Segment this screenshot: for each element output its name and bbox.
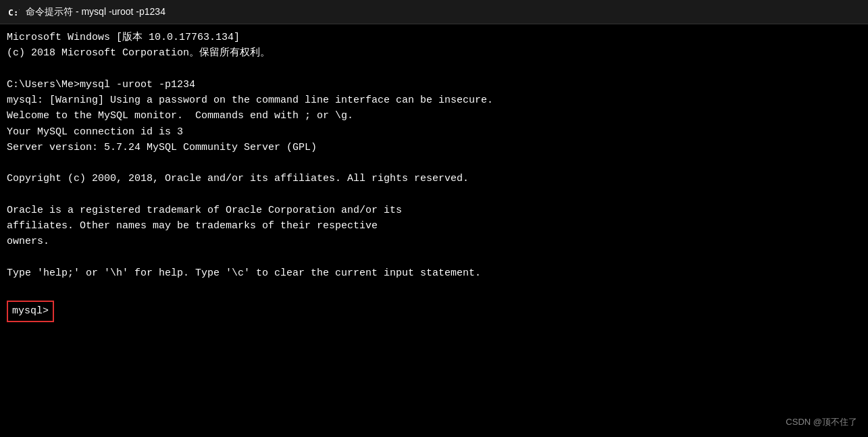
title-bar-text: 命令提示符 - mysql -uroot -p1234: [26, 6, 165, 18]
prompt-box[interactable]: mysql>: [7, 301, 54, 322]
terminal-line: Copyright (c) 2000, 2018, Oracle and/or …: [7, 171, 861, 186]
terminal-window: C:\ 命令提示符 - mysql -uroot -p1234 Microsof…: [0, 0, 868, 437]
terminal-line: Microsoft Windows [版本 10.0.17763.134]: [7, 30, 861, 45]
terminal-line: mysql: [Warning] Using a password on the…: [7, 93, 861, 108]
watermark: CSDN @顶不住了: [786, 415, 857, 429]
terminal-line: Welcome to the MySQL monitor. Commands e…: [7, 108, 861, 124]
terminal-line: [7, 155, 861, 171]
terminal-line: [7, 187, 861, 203]
cmd-icon: C:\: [7, 5, 20, 19]
terminal-line: affiliates. Other names may be trademark…: [7, 218, 861, 234]
terminal-body[interactable]: Microsoft Windows [版本 10.0.17763.134](c)…: [0, 24, 868, 437]
terminal-line: (c) 2018 Microsoft Corporation。保留所有权利。: [7, 45, 861, 61]
svg-text:C:\: C:\: [8, 7, 20, 18]
terminal-line: [7, 250, 861, 265]
prompt-text: mysql>: [12, 305, 49, 317]
terminal-line: owners.: [7, 234, 861, 249]
terminal-line: C:\Users\Me>mysql -uroot -p1234: [7, 77, 861, 93]
prompt-line: mysql>: [7, 298, 861, 322]
terminal-line: Type 'help;' or '\h' for help. Type '\c'…: [7, 265, 861, 281]
title-bar: C:\ 命令提示符 - mysql -uroot -p1234: [0, 0, 868, 24]
terminal-line: [7, 61, 861, 77]
terminal-line: Oracle is a registered trademark of Orac…: [7, 203, 861, 218]
terminal-line: Your MySQL connection id is 3: [7, 124, 861, 140]
terminal-output: Microsoft Windows [版本 10.0.17763.134](c)…: [7, 30, 861, 297]
terminal-line: Server version: 5.7.24 MySQL Community S…: [7, 140, 861, 155]
terminal-line: [7, 281, 861, 297]
